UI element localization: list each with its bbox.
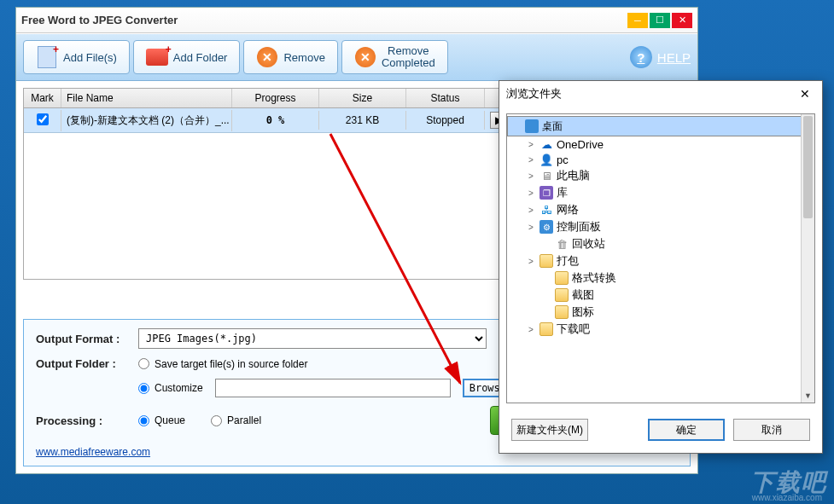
folder-icon: [555, 271, 569, 285]
folder-icon: [539, 254, 553, 268]
remove-button[interactable]: ✕ Remove: [243, 40, 337, 74]
scroll-down-icon[interactable]: ▼: [802, 389, 814, 403]
folder-icon: [555, 288, 569, 302]
minimize-button[interactable]: ─: [627, 13, 648, 28]
close-button[interactable]: ✕: [672, 13, 692, 28]
add-file-button[interactable]: Add File(s): [23, 40, 130, 74]
maximize-button[interactable]: ☐: [650, 13, 670, 28]
tree-item-label: 控制面板: [557, 219, 601, 235]
tree-item-label: 打包: [557, 253, 579, 269]
folder-icon: [525, 119, 539, 133]
browse-folder-dialog: 浏览文件夹 ✕ 桌面>☁OneDrive>👤pc>🖥此电脑>❐库>🖧网络>⚙控制…: [499, 80, 823, 454]
output-folder-label: Output Folder :: [36, 357, 130, 370]
folder-icon: ⚙: [539, 220, 553, 234]
processing-label: Processing :: [36, 414, 130, 427]
tree-item[interactable]: >⚙控制面板: [507, 218, 814, 235]
document-plus-icon: [36, 46, 58, 68]
tree-item[interactable]: >🖥此电脑: [507, 167, 814, 184]
remove-completed-label-2: Completed: [382, 57, 435, 69]
tree-item[interactable]: 格式转换: [507, 269, 814, 287]
header-mark[interactable]: Mark: [24, 89, 61, 107]
folder-icon: 👤: [539, 153, 553, 166]
remove-completed-button[interactable]: ✕ Remove Completed: [341, 40, 448, 74]
scroll-thumb[interactable]: [803, 116, 813, 218]
tree-item[interactable]: >👤pc: [507, 152, 814, 167]
folder-icon: 🖥: [539, 169, 553, 182]
row-size: 231 KB: [319, 111, 406, 130]
window-title: Free Word to JPEG Converter: [21, 14, 626, 26]
save-in-source-radio[interactable]: Save target file(s) in source folder: [138, 358, 307, 370]
toolbar: Add File(s) Add Folder ✕ Remove ✕ Remove…: [16, 33, 697, 81]
output-folder-input[interactable]: [215, 379, 451, 397]
header-size[interactable]: Size: [319, 89, 406, 107]
header-file-name[interactable]: File Name: [61, 89, 232, 107]
add-folder-button[interactable]: Add Folder: [133, 40, 241, 74]
dialog-title: 浏览文件夹: [506, 86, 795, 101]
remove-completed-label-1: Remove: [382, 45, 435, 57]
expand-icon[interactable]: >: [526, 325, 536, 334]
expand-icon[interactable]: >: [526, 257, 536, 266]
expand-icon[interactable]: >: [526, 140, 536, 149]
remove-icon: ✕: [256, 46, 278, 68]
expand-icon[interactable]: >: [526, 223, 536, 232]
tree-item-label: 库: [557, 185, 568, 200]
dialog-close-button[interactable]: ✕: [795, 85, 815, 102]
expand-icon[interactable]: >: [526, 206, 536, 215]
tree-item[interactable]: 图标: [507, 304, 814, 321]
scrollbar[interactable]: ▲ ▼: [801, 114, 814, 403]
tree-item[interactable]: 🗑回收站: [507, 235, 814, 252]
tree-item-label: 截图: [572, 287, 594, 303]
tree-item[interactable]: >❐库: [507, 184, 814, 201]
folder-icon: ☁: [539, 137, 553, 151]
ok-button[interactable]: 确定: [648, 419, 725, 441]
tree-item[interactable]: >☁OneDrive: [507, 136, 814, 152]
dialog-titlebar: 浏览文件夹 ✕: [499, 81, 822, 107]
folder-icon: 🗑: [555, 237, 569, 251]
folder-plus-icon: [146, 46, 168, 68]
queue-radio[interactable]: Queue: [138, 414, 185, 426]
folder-icon: [539, 322, 553, 336]
header-status[interactable]: Status: [406, 89, 485, 107]
help-link[interactable]: ? HELP: [630, 46, 691, 68]
watermark-url: www.xiazaiba.com: [752, 493, 822, 502]
folder-tree-container: 桌面>☁OneDrive>👤pc>🖥此电脑>❐库>🖧网络>⚙控制面板🗑回收站>打…: [506, 113, 815, 403]
row-progress: 0 %: [232, 111, 319, 130]
new-folder-button[interactable]: 新建文件夹(M): [511, 419, 588, 441]
expand-icon[interactable]: >: [526, 155, 536, 165]
expand-icon[interactable]: >: [526, 171, 536, 181]
help-label: HELP: [657, 50, 691, 65]
customize-radio[interactable]: Customize: [138, 382, 203, 394]
tree-item-label: 图标: [572, 304, 594, 320]
tree-item-label: 格式转换: [572, 270, 616, 286]
tree-item[interactable]: 桌面: [507, 116, 814, 136]
tree-item-label: pc: [557, 154, 569, 166]
dialog-buttons: 新建文件夹(M) 确定 取消: [499, 410, 822, 453]
row-file-name: (复制)-新建文本文档 (2)（合并）_...: [61, 110, 232, 131]
tree-item-label: 桌面: [542, 119, 563, 134]
header-progress[interactable]: Progress: [232, 89, 319, 107]
add-file-label: Add File(s): [63, 51, 117, 64]
cancel-button[interactable]: 取消: [733, 419, 810, 441]
row-status: Stopped: [406, 111, 485, 130]
output-format-label: Output Format :: [36, 333, 130, 345]
folder-icon: 🖧: [539, 203, 553, 217]
tree-item[interactable]: 截图: [507, 287, 814, 304]
tree-item-label: 回收站: [572, 236, 605, 252]
titlebar: Free Word to JPEG Converter ─ ☐ ✕: [16, 8, 697, 33]
parallel-radio[interactable]: Parallel: [211, 414, 261, 426]
tree-item-label: 此电脑: [557, 168, 590, 183]
add-folder-label: Add Folder: [173, 51, 228, 64]
help-icon: ?: [630, 46, 652, 68]
output-format-select[interactable]: JPEG Images(*.jpg): [138, 328, 487, 349]
tree-item[interactable]: >下载吧: [507, 321, 814, 338]
tree-item-label: 下载吧: [557, 322, 590, 337]
remove-completed-icon: ✕: [354, 46, 376, 68]
row-checkbox[interactable]: [37, 113, 49, 125]
expand-icon[interactable]: >: [526, 188, 536, 198]
tree-item[interactable]: >🖧网络: [507, 201, 814, 218]
folder-tree[interactable]: 桌面>☁OneDrive>👤pc>🖥此电脑>❐库>🖧网络>⚙控制面板🗑回收站>打…: [507, 114, 814, 339]
tree-item[interactable]: >打包: [507, 252, 814, 269]
website-link[interactable]: www.mediafreeware.com: [36, 446, 150, 458]
folder-icon: [555, 305, 569, 319]
tree-item-label: OneDrive: [557, 138, 604, 151]
